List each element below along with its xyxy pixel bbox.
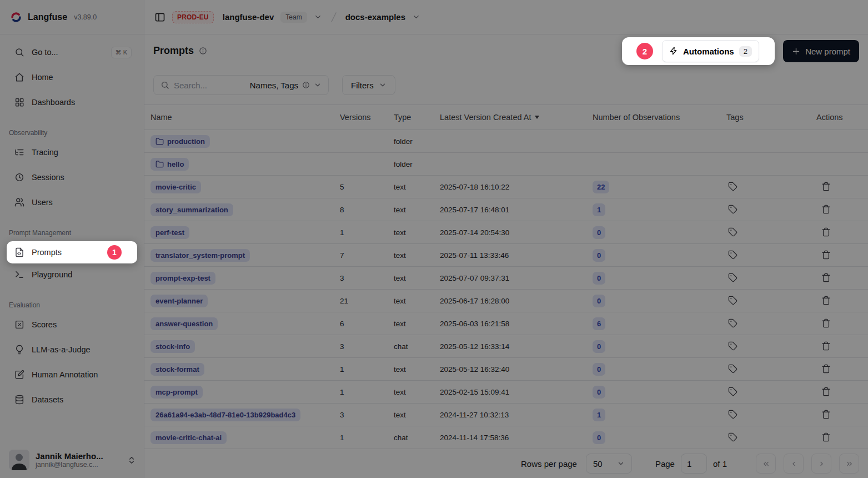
tag-icon[interactable] (727, 272, 739, 283)
project-chevron-down-icon[interactable] (412, 13, 420, 21)
observations-count-pill[interactable]: 0 (593, 249, 605, 262)
sidebar-item-llm-judge[interactable]: LLM-as-a-Judge (7, 338, 137, 361)
delete-icon[interactable] (820, 386, 832, 397)
delete-icon[interactable] (820, 226, 832, 238)
prompt-name-pill[interactable]: perf-test (150, 226, 189, 239)
sidebar-toggle-button[interactable] (154, 12, 165, 23)
observations-count-pill[interactable]: 0 (593, 363, 605, 376)
table-row[interactable]: answer-question 6 text 2025-06-03 16:21:… (144, 312, 868, 335)
sidebar-item-home[interactable]: Home (7, 66, 137, 88)
observations-count-pill[interactable]: 0 (593, 272, 605, 285)
delete-icon[interactable] (820, 340, 832, 352)
table-row[interactable]: movie-critic 5 text 2025-07-18 16:10:22 … (144, 176, 868, 198)
delete-icon[interactable] (820, 431, 832, 443)
table-row[interactable]: translator_system-prompt 7 text 2025-07-… (144, 244, 868, 267)
filters-button[interactable]: Filters (342, 75, 395, 95)
last-page-button[interactable] (839, 454, 859, 474)
prompt-name-pill[interactable]: answer-question (150, 317, 218, 330)
logo-row: Langfuse v3.89.0 (0, 0, 144, 34)
first-page-button[interactable] (756, 454, 776, 474)
page-number-input[interactable] (681, 454, 707, 474)
sidebar-item-datasets[interactable]: Datasets (7, 389, 137, 411)
table-row[interactable]: hello folder (144, 153, 868, 176)
observations-count-pill[interactable]: 1 (593, 409, 605, 421)
prompt-name-pill[interactable]: prompt-exp-test (150, 272, 215, 285)
prompt-name-pill[interactable]: mcp-prompt (150, 386, 203, 399)
next-page-button[interactable] (811, 454, 831, 474)
prompt-name-pill[interactable]: stock-format (150, 363, 204, 376)
table-row[interactable]: 26a61a94-e3ab-48d7-81e0-13b929bad4c3 3 t… (144, 404, 868, 426)
tag-icon[interactable] (727, 409, 739, 420)
observations-count-pill[interactable]: 0 (593, 295, 605, 307)
tag-icon[interactable] (727, 203, 739, 215)
tag-icon[interactable] (727, 386, 739, 397)
sidebar-item-human-annotation[interactable]: Human Annotation (7, 364, 137, 386)
prompt-name-pill[interactable]: movie-critic (150, 181, 201, 193)
prompt-name-pill[interactable]: story_summarization (150, 203, 233, 216)
table-row[interactable]: mcp-prompt 1 text 2025-02-15 15:09:41 0 (144, 381, 868, 404)
tag-icon[interactable] (727, 340, 739, 352)
prompt-name-pill[interactable]: hello (150, 158, 189, 171)
table-row[interactable]: movie-critic-chat-ai 1 chat 2024-11-14 1… (144, 426, 868, 449)
tag-icon[interactable] (727, 431, 739, 443)
users-icon (14, 197, 24, 207)
tag-icon[interactable] (727, 249, 739, 261)
sidebar-item-users[interactable]: Users (7, 191, 137, 213)
rows-per-page-select[interactable]: 50 (586, 454, 632, 474)
sidebar-item-dashboards[interactable]: Dashboards (7, 91, 137, 113)
observations-count-pill[interactable]: 22 (593, 181, 609, 193)
delete-icon[interactable] (820, 363, 832, 375)
tag-icon[interactable] (727, 317, 739, 329)
search-scope-dropdown[interactable]: Names, Tags (250, 81, 328, 90)
sidebar-item-playground[interactable]: Playground (7, 263, 137, 286)
info-icon[interactable] (199, 47, 207, 55)
delete-icon[interactable] (820, 203, 832, 215)
automations-button[interactable]: Automations 2 (662, 40, 759, 62)
environment-badge[interactable]: PROD-EU (172, 11, 214, 23)
observations-count-pill[interactable]: 1 (593, 203, 605, 216)
observations-count-pill[interactable]: 0 (593, 431, 605, 444)
breadcrumb-org[interactable]: langfuse-dev (223, 12, 274, 22)
table-row[interactable]: perf-test 1 text 2025-07-14 20:54:30 0 (144, 221, 868, 244)
delete-icon[interactable] (820, 272, 832, 283)
type-cell: text (394, 251, 440, 260)
observations-count-pill[interactable]: 0 (593, 226, 605, 239)
new-prompt-button[interactable]: New prompt (783, 40, 859, 62)
tag-icon[interactable] (727, 181, 739, 192)
delete-icon[interactable] (820, 249, 832, 261)
tag-icon[interactable] (727, 226, 739, 238)
delete-icon[interactable] (820, 181, 832, 192)
table-row[interactable]: event-planner 21 text 2025-06-17 16:28:0… (144, 290, 868, 312)
table-row[interactable]: stock-info 3 chat 2025-05-12 16:33:14 0 (144, 335, 868, 358)
prompt-name-pill[interactable]: event-planner (150, 295, 208, 307)
user-menu[interactable]: Jannik Maierho... jannik@langfuse.c... (9, 450, 136, 470)
tag-icon[interactable] (727, 295, 739, 306)
breadcrumb-project[interactable]: docs-examples (345, 12, 405, 22)
prompt-name-pill[interactable]: stock-info (150, 340, 195, 353)
sidebar-item-scores[interactable]: Scores (7, 313, 137, 336)
search-input[interactable] (174, 81, 250, 90)
table-row[interactable]: story_summarization 8 text 2025-07-17 16… (144, 198, 868, 221)
delete-icon[interactable] (820, 409, 832, 420)
org-chevron-down-icon[interactable] (314, 13, 322, 21)
page-of-label: of 1 (713, 459, 727, 469)
sidebar-item-goto[interactable]: Go to... ⌘ K (7, 41, 137, 63)
observations-count-pill[interactable]: 0 (593, 386, 605, 399)
prompt-name-pill[interactable]: translator_system-prompt (150, 249, 250, 262)
previous-page-button[interactable] (784, 454, 804, 474)
sidebar-item-tracing[interactable]: Tracing (7, 141, 137, 163)
table-row[interactable]: stock-format 1 text 2025-05-12 16:32:40 … (144, 358, 868, 381)
rows-per-page-value: 50 (593, 459, 603, 469)
sidebar-item-sessions[interactable]: Sessions (7, 166, 137, 188)
observations-count-pill[interactable]: 6 (593, 317, 605, 330)
table-row[interactable]: production folder (144, 130, 868, 153)
observations-count-pill[interactable]: 0 (593, 340, 605, 353)
delete-icon[interactable] (820, 317, 832, 329)
column-created-at[interactable]: Latest Version Created At (440, 113, 593, 122)
prompt-name-pill[interactable]: production (150, 135, 210, 148)
prompt-name-pill[interactable]: movie-critic-chat-ai (150, 431, 227, 444)
tag-icon[interactable] (727, 363, 739, 375)
table-row[interactable]: prompt-exp-test 3 text 2025-07-07 09:37:… (144, 267, 868, 290)
delete-icon[interactable] (820, 295, 832, 306)
prompt-name-pill[interactable]: 26a61a94-e3ab-48d7-81e0-13b929bad4c3 (150, 409, 300, 421)
